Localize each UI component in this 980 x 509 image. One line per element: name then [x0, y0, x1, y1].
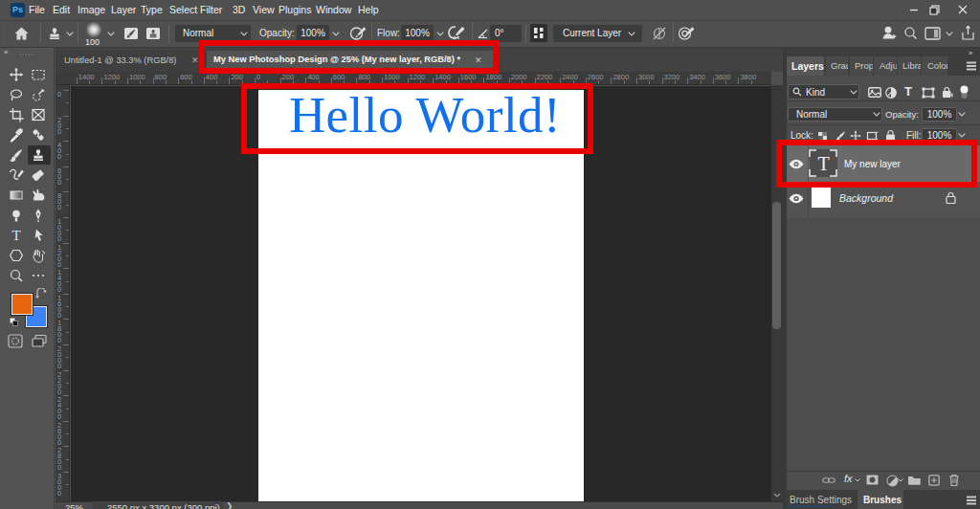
- svg-text:T: T: [11, 228, 20, 243]
